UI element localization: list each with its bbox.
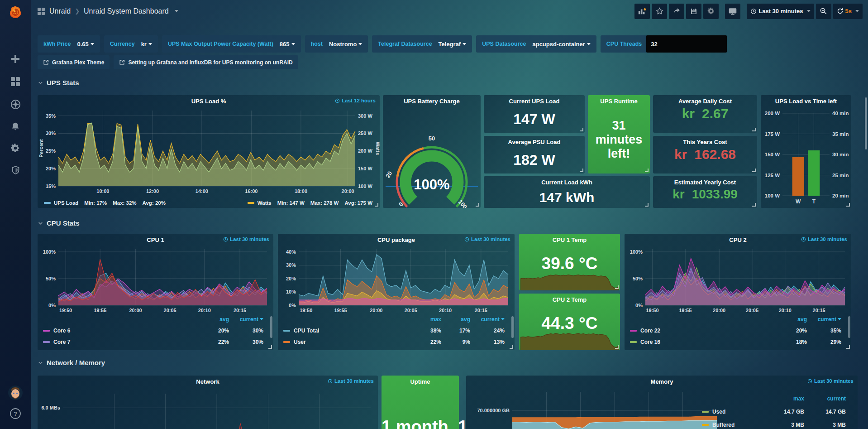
panel-title[interactable]: Average PSU Load bbox=[484, 136, 585, 148]
legend-col-current[interactable]: current bbox=[476, 316, 510, 323]
alerting-bell-icon[interactable] bbox=[6, 117, 24, 135]
legend-col-avg[interactable]: avg bbox=[447, 316, 476, 323]
zoom-out-button[interactable] bbox=[816, 4, 831, 19]
legend-col-avg[interactable]: avg bbox=[782, 316, 812, 323]
link-grafana-plex-theme[interactable]: Grafana Plex Theme bbox=[38, 55, 110, 69]
legend-scrollbar[interactable] bbox=[848, 316, 850, 338]
panel-title[interactable]: Uptime bbox=[382, 376, 459, 387]
panel-title[interactable]: Estimated Yearly Cost bbox=[653, 176, 757, 188]
ups-load-chart[interactable]: 10:0012:0014:0016:0018:0020:0035%300 W30… bbox=[38, 107, 380, 196]
server-admin-shield-icon[interactable] bbox=[6, 161, 24, 179]
panel-title[interactable]: UPS Runtime bbox=[588, 95, 650, 107]
save-button[interactable] bbox=[686, 4, 701, 19]
panel-time-range[interactable]: Last 12 hours bbox=[335, 98, 376, 103]
help-icon[interactable]: ? bbox=[6, 405, 24, 423]
svg-text:T: T bbox=[812, 198, 816, 205]
section-network-memory[interactable]: Network / Memory bbox=[38, 359, 105, 366]
panel-title[interactable]: CPU 1 Temp bbox=[519, 234, 620, 246]
panel-title[interactable]: UPS Load vs Time left bbox=[761, 95, 851, 107]
panel-time-range[interactable]: Last 30 minutes bbox=[464, 236, 510, 242]
panel-time-range[interactable]: Last 30 minutes bbox=[801, 236, 847, 242]
panel-title[interactable]: CPU 2 Temp bbox=[519, 294, 620, 305]
refresh-caret-icon[interactable] bbox=[855, 10, 859, 12]
cpu1-chart[interactable]: 19:5019:5520:0020:0520:1020:15100%50%0% bbox=[38, 246, 271, 314]
svg-text:20:00: 20:00 bbox=[129, 308, 142, 313]
dashboard-settings-button[interactable] bbox=[703, 4, 719, 19]
legend-col-current[interactable]: current bbox=[810, 395, 851, 402]
svg-text:19:50: 19:50 bbox=[300, 308, 312, 313]
cpu-package-chart[interactable]: 19:5019:5520:0020:0520:1020:1540%30%20%1… bbox=[279, 246, 512, 314]
legend-col-max[interactable]: max bbox=[768, 395, 810, 402]
cpu2-chart[interactable]: 19:5019:5520:0020:0520:1020:15100%50%0% bbox=[625, 246, 849, 314]
legend-series-name[interactable]: Watts bbox=[258, 200, 272, 206]
legend-scrollbar[interactable] bbox=[270, 316, 272, 338]
legend-series[interactable]: CPU Total bbox=[283, 328, 413, 334]
panel-title[interactable]: Average Daily Cost bbox=[653, 95, 757, 107]
network-chart[interactable]: 6.0 MBs4.0 MBs2.0 MBs bbox=[38, 387, 374, 429]
section-cpu-stats[interactable]: CPU Stats bbox=[38, 219, 80, 227]
panel-title[interactable]: UPS Load % bbox=[38, 95, 380, 107]
section-ups-stats[interactable]: UPS Stats bbox=[38, 79, 79, 87]
legend-col-current[interactable]: current bbox=[234, 316, 269, 323]
legend-series[interactable]: Core 16 bbox=[630, 339, 782, 345]
legend-series-name[interactable]: UPS Load bbox=[54, 200, 78, 206]
legend-series[interactable]: User bbox=[283, 339, 413, 345]
variable-ups-datasource[interactable]: UPS Datasource apcupsd-container bbox=[476, 35, 596, 53]
breadcrumb-dashboard-title[interactable]: Unraid System Dashboard bbox=[84, 7, 169, 15]
time-picker-button[interactable]: Last 30 minutes bbox=[747, 4, 814, 19]
legend-swatch bbox=[248, 202, 254, 204]
add-panel-button[interactable] bbox=[634, 4, 650, 19]
panel-time-range[interactable]: Last 30 minutes bbox=[223, 236, 269, 242]
user-avatar[interactable] bbox=[6, 384, 24, 402]
legend-series[interactable]: Used bbox=[702, 409, 768, 415]
legend-series[interactable]: Core 7 bbox=[43, 339, 205, 345]
panel-title[interactable]: UPS Battery Charge bbox=[383, 95, 481, 107]
create-plus-icon[interactable] bbox=[6, 50, 24, 68]
legend-series[interactable]: Core 22 bbox=[630, 328, 782, 334]
sidebar: ? bbox=[0, 0, 31, 429]
ups-load-vs-time-chart[interactable]: 200 W40 min175 W35 min150 W30 min125 W25… bbox=[761, 107, 851, 208]
svg-text:25 min: 25 min bbox=[832, 173, 849, 178]
link-ups-monitoring-guide[interactable]: Setting up Grafana and InfluxDB for UPS … bbox=[114, 55, 298, 69]
share-button[interactable] bbox=[669, 4, 684, 19]
panel-title[interactable]: Memory bbox=[466, 376, 858, 387]
legend-series[interactable]: Buffered bbox=[702, 422, 768, 428]
legend-col-current[interactable]: current bbox=[812, 316, 847, 323]
variable-kwh-price[interactable]: kWh Price 0.65 bbox=[38, 35, 100, 53]
panel-time-range[interactable]: Last 30 minutes bbox=[807, 378, 854, 384]
grafana-logo-icon[interactable] bbox=[6, 3, 24, 23]
panel-current-ups-load: Current UPS Load 147 W bbox=[484, 95, 585, 133]
explore-compass-icon[interactable] bbox=[6, 95, 24, 113]
panel-cpu2: CPU 2 Last 30 minutes 19:5019:5520:0020:… bbox=[625, 234, 851, 350]
panel-time-range[interactable]: Last 30 minutes bbox=[328, 378, 374, 384]
panel-title[interactable]: Current UPS Load bbox=[484, 95, 585, 107]
variable-ups-max-output[interactable]: UPS Max Output Power Capacity (Watt) 865 bbox=[162, 35, 301, 53]
page-scrollbar[interactable] bbox=[865, 97, 867, 149]
panel-title[interactable]: Current Load kWh bbox=[484, 176, 650, 188]
breadcrumb-chevron-icon: ❯ bbox=[75, 8, 80, 14]
configuration-gear-icon[interactable] bbox=[6, 139, 24, 157]
legend-col-max[interactable]: max bbox=[413, 316, 447, 323]
panel-title[interactable]: This Years Cost bbox=[653, 136, 757, 148]
panel-title[interactable]: Network bbox=[38, 376, 378, 387]
svg-text:20:05: 20:05 bbox=[746, 308, 758, 313]
svg-text:200 W: 200 W bbox=[358, 148, 372, 154]
legend-scrollbar[interactable] bbox=[511, 316, 514, 338]
variable-telegraf-datasource[interactable]: Telegraf Datasource Telegraf bbox=[372, 35, 472, 53]
dashboard-dropdown-caret-icon[interactable] bbox=[175, 10, 178, 12]
dropdown-caret-icon bbox=[587, 43, 591, 45]
cycle-view-button[interactable] bbox=[725, 4, 740, 19]
variable-host[interactable]: host Nostromo bbox=[305, 35, 368, 53]
star-button[interactable] bbox=[652, 4, 667, 19]
memory-chart[interactable]: 70.000000 GB60.000000 GB50.000000 GB bbox=[467, 387, 720, 429]
breadcrumb-folder[interactable]: Unraid bbox=[49, 7, 71, 15]
link-label: Setting up Grafana and InfluxDB for UPS … bbox=[128, 59, 292, 66]
variable-currency[interactable]: Currency kr bbox=[104, 35, 158, 53]
refresh-button[interactable]: 5s bbox=[833, 4, 863, 19]
svg-text:16:00: 16:00 bbox=[245, 188, 258, 194]
cpu-threads-input[interactable] bbox=[646, 35, 727, 53]
legend-series[interactable]: Core 6 bbox=[43, 328, 205, 334]
svg-text:20:05: 20:05 bbox=[405, 308, 417, 313]
dashboards-icon[interactable] bbox=[6, 72, 24, 91]
legend-col-avg[interactable]: avg bbox=[205, 316, 234, 323]
